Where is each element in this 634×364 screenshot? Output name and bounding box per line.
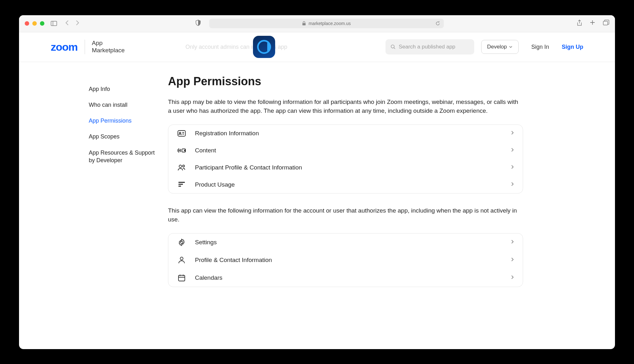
svg-marker-17 xyxy=(184,150,185,151)
svg-point-9 xyxy=(179,132,181,134)
marketplace-label: AppMarketplace xyxy=(85,40,125,54)
svg-rect-0 xyxy=(51,21,57,26)
develop-dropdown[interactable]: Develop xyxy=(481,40,519,54)
lock-icon xyxy=(302,21,306,26)
sign-up-link[interactable]: Sign Up xyxy=(562,44,583,50)
sidebar: App Info Who can install App Permissions… xyxy=(89,62,158,349)
svg-rect-20 xyxy=(178,182,185,183)
page-title: App Permissions xyxy=(168,75,523,88)
sidebar-item-app-scopes[interactable]: App Scopes xyxy=(89,129,158,144)
main: App Permissions This app may be able to … xyxy=(158,62,523,349)
fullscreen-window-button[interactable] xyxy=(40,21,44,26)
sign-in-link[interactable]: Sign In xyxy=(531,44,549,50)
browser-window: marketplace.zoom.us zoom AppMarketplace … xyxy=(19,15,615,349)
perm-row-registration[interactable]: Registration Information xyxy=(168,125,523,142)
reload-icon[interactable] xyxy=(436,21,440,26)
share-icon[interactable] xyxy=(577,20,582,27)
gear-icon xyxy=(177,239,186,246)
chevron-right-icon xyxy=(511,131,514,136)
person-icon xyxy=(177,256,186,264)
sidebar-item-who-can-install[interactable]: Who can install xyxy=(89,97,158,113)
svg-rect-25 xyxy=(178,275,185,281)
perm-label: Participant Profile & Contact Informatio… xyxy=(195,164,502,171)
chevron-right-icon xyxy=(511,239,514,245)
calendar-icon xyxy=(177,274,186,282)
permissions-desc-1: This app may be able to view the followi… xyxy=(168,98,523,116)
close-window-button[interactable] xyxy=(25,21,29,26)
perm-label: Content xyxy=(195,147,502,154)
permissions-group-2: Settings Profile & Contact Information xyxy=(168,233,523,287)
participants-icon xyxy=(177,164,186,171)
id-card-icon xyxy=(177,130,186,137)
svg-point-6 xyxy=(391,45,394,48)
perm-row-content[interactable]: Content xyxy=(168,142,523,159)
site-header: zoom AppMarketplace Only account admins … xyxy=(19,32,615,62)
svg-point-23 xyxy=(181,241,183,243)
svg-point-18 xyxy=(179,165,182,168)
svg-rect-2 xyxy=(302,23,306,25)
perm-row-profile[interactable]: Profile & Contact Information xyxy=(168,251,523,269)
page: zoom AppMarketplace Only account admins … xyxy=(19,32,615,349)
perm-label: Calendars xyxy=(195,274,502,281)
content-icon xyxy=(177,147,186,154)
permissions-desc-2: This app can view the following informat… xyxy=(168,206,523,224)
sidebar-item-app-permissions[interactable]: App Permissions xyxy=(89,113,158,129)
chevron-right-icon xyxy=(511,165,514,170)
chevron-down-icon xyxy=(509,46,513,48)
perm-label: Settings xyxy=(195,239,502,246)
svg-rect-21 xyxy=(178,184,183,185)
tabs-icon[interactable] xyxy=(603,20,609,27)
sidebar-item-app-info[interactable]: App Info xyxy=(89,81,158,97)
perm-row-product-usage[interactable]: Product Usage xyxy=(168,176,523,193)
app-icon xyxy=(253,36,275,58)
chevron-right-icon xyxy=(511,275,514,281)
svg-rect-22 xyxy=(178,186,181,187)
perm-label: Product Usage xyxy=(195,181,502,188)
svg-rect-8 xyxy=(178,131,185,136)
perm-row-settings[interactable]: Settings xyxy=(168,233,523,251)
chevron-right-icon xyxy=(511,257,514,263)
perm-row-calendars[interactable]: Calendars xyxy=(168,269,523,287)
perm-row-participant-profile[interactable]: Participant Profile & Contact Informatio… xyxy=(168,159,523,176)
titlebar: marketplace.zoom.us xyxy=(19,15,615,32)
sidebar-toggle-icon[interactable] xyxy=(51,21,57,26)
usage-icon xyxy=(177,182,186,188)
svg-line-7 xyxy=(394,48,395,49)
privacy-shield-icon[interactable] xyxy=(195,20,201,27)
content: App Info Who can install App Permissions… xyxy=(19,62,615,349)
url-text: marketplace.zoom.us xyxy=(308,21,351,26)
svg-point-24 xyxy=(180,257,183,260)
permissions-group-1: Registration Information Content xyxy=(168,125,523,194)
address-bar[interactable]: marketplace.zoom.us xyxy=(209,19,444,28)
forward-button[interactable] xyxy=(75,20,79,27)
sidebar-item-resources[interactable]: App Resources & Support by Developer xyxy=(89,145,158,169)
perm-label: Registration Information xyxy=(195,130,502,137)
svg-rect-5 xyxy=(603,21,608,25)
search-box[interactable] xyxy=(385,39,474,54)
svg-point-19 xyxy=(183,165,184,167)
zoom-logo[interactable]: zoom xyxy=(51,41,78,53)
search-icon xyxy=(391,44,396,50)
window-controls xyxy=(25,21,44,26)
search-input[interactable] xyxy=(399,44,469,50)
back-button[interactable] xyxy=(65,20,69,27)
new-tab-icon[interactable] xyxy=(590,20,595,27)
chevron-right-icon xyxy=(511,182,514,188)
chevron-right-icon xyxy=(511,148,514,153)
perm-label: Profile & Contact Information xyxy=(195,257,502,264)
minimize-window-button[interactable] xyxy=(32,21,37,26)
